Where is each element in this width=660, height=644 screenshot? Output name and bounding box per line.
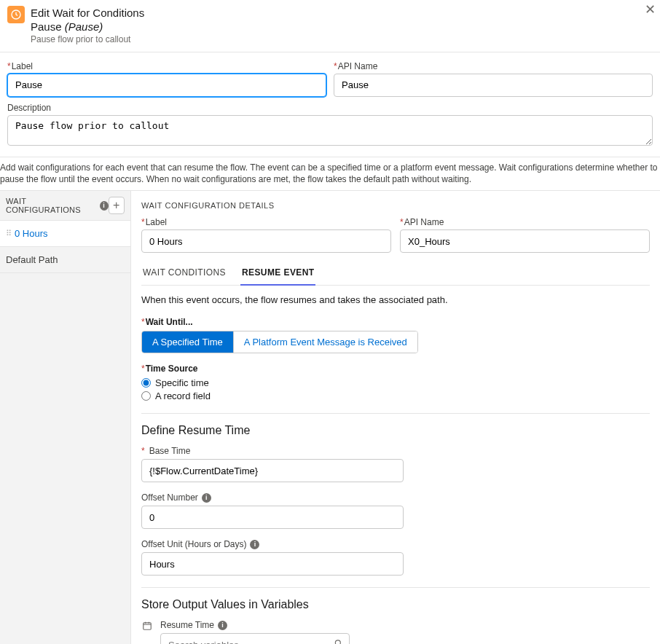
detail-api-label: *API Name bbox=[400, 217, 650, 227]
info-icon[interactable]: i bbox=[100, 201, 109, 211]
wait-icon bbox=[7, 6, 25, 23]
radio-specific-time[interactable]: Specific time bbox=[141, 377, 650, 388]
label-field-label: *Label bbox=[7, 61, 326, 71]
detail-api-input[interactable] bbox=[400, 229, 650, 253]
info-icon[interactable]: i bbox=[202, 493, 211, 503]
add-config-button[interactable]: + bbox=[109, 197, 125, 214]
wait-config-sidebar: WAIT CONFIGURATIONS i + ⠿ 0 Hours Defaul… bbox=[0, 191, 131, 644]
close-icon[interactable]: ✕ bbox=[645, 3, 656, 16]
tab-wait-conditions[interactable]: WAIT CONDITIONS bbox=[141, 262, 227, 285]
api-name-label: *API Name bbox=[334, 61, 653, 71]
svg-point-2 bbox=[335, 640, 340, 644]
label-input[interactable] bbox=[7, 74, 326, 97]
info-icon[interactable]: i bbox=[250, 540, 259, 549]
dialog-title: Edit Wait for Conditions bbox=[31, 6, 144, 20]
tab-intro-text: When this event occurs, the flow resumes… bbox=[141, 294, 650, 305]
offset-unit-input[interactable] bbox=[141, 552, 404, 576]
store-outputs-heading: Store Output Values in Variables bbox=[141, 598, 650, 611]
dialog-desc: Pause flow prior to callout bbox=[31, 34, 144, 44]
sidebar-item-0-hours[interactable]: ⠿ 0 Hours bbox=[0, 221, 130, 247]
sidebar-header: WAIT CONFIGURATIONS i + bbox=[0, 191, 130, 221]
wait-until-label: *Wait Until... bbox=[141, 317, 650, 327]
info-icon[interactable]: i bbox=[218, 621, 227, 630]
svg-rect-1 bbox=[144, 623, 152, 629]
description-label: Description bbox=[7, 103, 653, 113]
helper-text: Add wait configurations for each event t… bbox=[0, 157, 660, 191]
offset-number-label: Offset Number i bbox=[141, 492, 404, 503]
offset-number-input[interactable] bbox=[141, 506, 404, 529]
search-icon bbox=[334, 639, 344, 644]
pill-platform-event[interactable]: A Platform Event Message is Received bbox=[233, 331, 417, 353]
pill-specified-time[interactable]: A Specified Time bbox=[142, 331, 233, 353]
detail-label-input[interactable] bbox=[141, 229, 391, 253]
detail-label-label: *Label bbox=[141, 217, 391, 227]
offset-unit-label: Offset Unit (Hours or Days) i bbox=[141, 539, 404, 549]
define-resume-heading: Define Resume Time bbox=[141, 424, 650, 437]
base-time-input[interactable] bbox=[141, 459, 404, 482]
tab-resume-event[interactable]: RESUME EVENT bbox=[240, 262, 315, 285]
sidebar-item-default-path[interactable]: Default Path bbox=[0, 247, 130, 273]
details-title: WAIT CONFIGURATION DETAILS bbox=[141, 201, 650, 210]
dialog-header: Edit Wait for Conditions Pause (Pause) P… bbox=[0, 0, 660, 52]
wait-until-toggle: A Specified Time A Platform Event Messag… bbox=[141, 331, 418, 353]
resume-time-search-input[interactable] bbox=[160, 633, 350, 644]
description-input[interactable]: Pause flow prior to callout bbox=[7, 115, 653, 146]
radio-specific-time-input[interactable] bbox=[141, 378, 151, 388]
date-icon bbox=[141, 620, 153, 633]
drag-handle-icon[interactable]: ⠿ bbox=[6, 229, 10, 238]
tabs: WAIT CONDITIONS RESUME EVENT bbox=[141, 262, 650, 286]
radio-record-field[interactable]: A record field bbox=[141, 390, 650, 401]
dialog-subtitle: Pause (Pause) bbox=[31, 20, 144, 33]
time-source-label: *Time Source bbox=[141, 364, 650, 374]
resume-time-output-label: Resume Time i bbox=[160, 620, 650, 630]
radio-record-field-input[interactable] bbox=[141, 391, 151, 401]
base-time-label: *Base Time bbox=[141, 446, 404, 456]
api-name-input[interactable] bbox=[334, 74, 653, 97]
